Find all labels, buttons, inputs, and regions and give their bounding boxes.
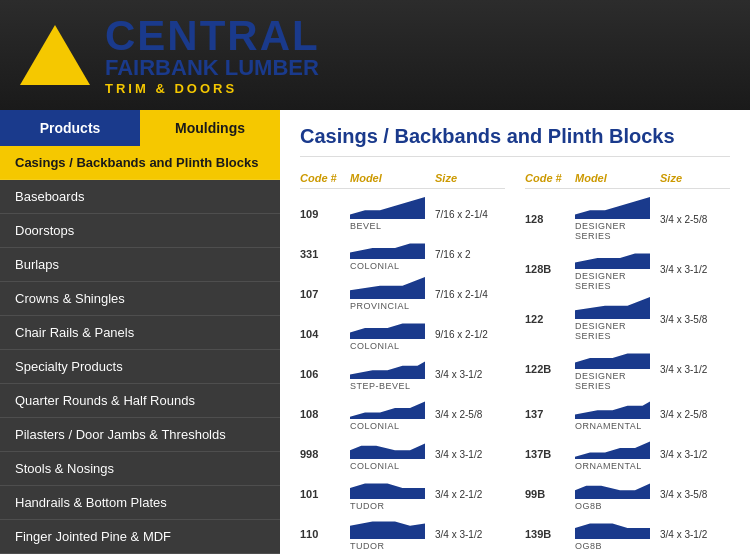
- table-row: 122DESIGNER SERIES3/4 x 3-5/8: [525, 297, 730, 341]
- table-row: 104COLONIAL9/16 x 2-1/2: [300, 317, 505, 351]
- product-size: 3/4 x 2-1/2: [435, 489, 505, 500]
- product-shape: TUDOR: [350, 517, 430, 551]
- shape-icon: [350, 197, 425, 219]
- product-code: 106: [300, 368, 345, 380]
- product-shape: OG8B: [575, 477, 655, 511]
- shape-icon: [350, 437, 425, 459]
- table-row: 122BDESIGNER SERIES3/4 x 3-1/2: [525, 347, 730, 391]
- product-size: 3/4 x 3-1/2: [660, 449, 730, 460]
- product-model: ORNAMENTAL: [575, 461, 655, 471]
- table-row: 101TUDOR3/4 x 2-1/2: [300, 477, 505, 511]
- product-model: COLONIAL: [350, 421, 430, 431]
- brand-name: CENTRAL: [105, 15, 320, 57]
- tab-products[interactable]: Products: [0, 110, 140, 146]
- table-row: 106STEP-BEVEL3/4 x 3-1/2: [300, 357, 505, 391]
- sidebar-item-8[interactable]: Pilasters / Door Jambs & Thresholds: [0, 418, 280, 452]
- product-code: 128B: [525, 263, 570, 275]
- product-shape: COLONIAL: [350, 437, 430, 471]
- product-model: DESIGNER SERIES: [575, 371, 655, 391]
- table-row: 331COLONIAL7/16 x 2: [300, 237, 505, 271]
- product-size: 3/4 x 3-1/2: [660, 529, 730, 540]
- products-grid: Code # Model Size 109BEVEL7/16 x 2-1/433…: [300, 172, 730, 554]
- shape-icon: [575, 477, 650, 499]
- left-column: Code # Model Size 109BEVEL7/16 x 2-1/433…: [300, 172, 505, 554]
- sidebar-item-3[interactable]: Burlaps: [0, 248, 280, 282]
- header: CENTRAL FAIRBANK LUMBER TRIM & DOORS: [0, 0, 750, 110]
- product-shape: DESIGNER SERIES: [575, 247, 655, 291]
- product-code: 137: [525, 408, 570, 420]
- product-code: 101: [300, 488, 345, 500]
- product-model: OG8B: [575, 501, 655, 511]
- table-row: 998COLONIAL3/4 x 3-1/2: [300, 437, 505, 471]
- table-row: 99BOG8B3/4 x 3-5/8: [525, 477, 730, 511]
- right-model-header: Model: [575, 172, 655, 184]
- product-size: 9/16 x 2-1/2: [435, 329, 505, 340]
- product-code: 110: [300, 528, 345, 540]
- table-row: 128BDESIGNER SERIES3/4 x 3-1/2: [525, 247, 730, 291]
- product-shape: DESIGNER SERIES: [575, 297, 655, 341]
- product-model: DESIGNER SERIES: [575, 271, 655, 291]
- product-size: 3/4 x 2-5/8: [660, 409, 730, 420]
- shape-icon: [350, 317, 425, 339]
- sidebar-item-7[interactable]: Quarter Rounds & Half Rounds: [0, 384, 280, 418]
- table-row: 139BOG8B3/4 x 3-1/2: [525, 517, 730, 551]
- product-model: PROVINCIAL: [350, 301, 430, 311]
- left-col-header: Code # Model Size: [300, 172, 505, 189]
- right-products-list: 128DESIGNER SERIES3/4 x 2-5/8128BDESIGNE…: [525, 197, 730, 554]
- product-size: 3/4 x 3-5/8: [660, 489, 730, 500]
- sidebar-item-4[interactable]: Crowns & Shingles: [0, 282, 280, 316]
- product-code: 998: [300, 448, 345, 460]
- shape-icon: [575, 197, 650, 219]
- product-code: 137B: [525, 448, 570, 460]
- product-size: 3/4 x 3-5/8: [660, 314, 730, 325]
- product-code: 331: [300, 248, 345, 260]
- product-model: OG8B: [575, 541, 655, 551]
- logo-text: CENTRAL FAIRBANK LUMBER TRIM & DOORS: [105, 15, 320, 96]
- right-col-header: Code # Model Size: [525, 172, 730, 189]
- shape-icon: [575, 347, 650, 369]
- product-size: 3/4 x 3-1/2: [435, 449, 505, 460]
- product-shape: OG8B: [575, 517, 655, 551]
- product-code: 139B: [525, 528, 570, 540]
- product-code: 122B: [525, 363, 570, 375]
- table-row: 110TUDOR3/4 x 3-1/2: [300, 517, 505, 551]
- product-size: 3/4 x 2-5/8: [435, 409, 505, 420]
- sidebar-tabs: Products Mouldings: [0, 110, 280, 146]
- product-shape: BEVEL: [350, 197, 430, 231]
- sidebar-item-5[interactable]: Chair Rails & Panels: [0, 316, 280, 350]
- product-model: DESIGNER SERIES: [575, 321, 655, 341]
- table-row: 107PROVINCIAL7/16 x 2-1/4: [300, 277, 505, 311]
- content-area: Casings / Backbands and Plinth Blocks Co…: [280, 110, 750, 554]
- product-model: STEP-BEVEL: [350, 381, 430, 391]
- left-size-header: Size: [435, 172, 505, 184]
- product-shape: DESIGNER SERIES: [575, 347, 655, 391]
- sidebar-item-10[interactable]: Handrails & Bottom Plates: [0, 486, 280, 520]
- shape-icon: [350, 397, 425, 419]
- product-shape: PROVINCIAL: [350, 277, 430, 311]
- shape-icon: [575, 297, 650, 319]
- sidebar-item-11[interactable]: Finger Jointed Pine & MDF: [0, 520, 280, 554]
- table-row: 109BEVEL7/16 x 2-1/4: [300, 197, 505, 231]
- sidebar-item-9[interactable]: Stools & Nosings: [0, 452, 280, 486]
- table-row: 137BORNAMENTAL3/4 x 3-1/2: [525, 437, 730, 471]
- product-code: 128: [525, 213, 570, 225]
- sidebar-item-2[interactable]: Doorstops: [0, 214, 280, 248]
- product-shape: COLONIAL: [350, 237, 430, 271]
- sidebar-item-6[interactable]: Specialty Products: [0, 350, 280, 384]
- product-size: 3/4 x 3-1/2: [660, 364, 730, 375]
- product-size: 3/4 x 3-1/2: [660, 264, 730, 275]
- table-row: 128DESIGNER SERIES3/4 x 2-5/8: [525, 197, 730, 241]
- main-layout: Products Mouldings Casings / Backbands a…: [0, 110, 750, 554]
- right-code-header: Code #: [525, 172, 570, 184]
- logo-triangle: [20, 25, 90, 85]
- product-model: DESIGNER SERIES: [575, 221, 655, 241]
- tab-mouldings[interactable]: Mouldings: [140, 110, 280, 146]
- product-model: TUDOR: [350, 541, 430, 551]
- left-products-list: 109BEVEL7/16 x 2-1/4331COLONIAL7/16 x 21…: [300, 197, 505, 554]
- product-size: 7/16 x 2-1/4: [435, 289, 505, 300]
- product-shape: COLONIAL: [350, 317, 430, 351]
- sidebar-item-0[interactable]: Casings / Backbands and Plinth Blocks: [0, 146, 280, 180]
- shape-icon: [350, 357, 425, 379]
- sidebar-item-1[interactable]: Baseboards: [0, 180, 280, 214]
- table-row: 137ORNAMENTAL3/4 x 2-5/8: [525, 397, 730, 431]
